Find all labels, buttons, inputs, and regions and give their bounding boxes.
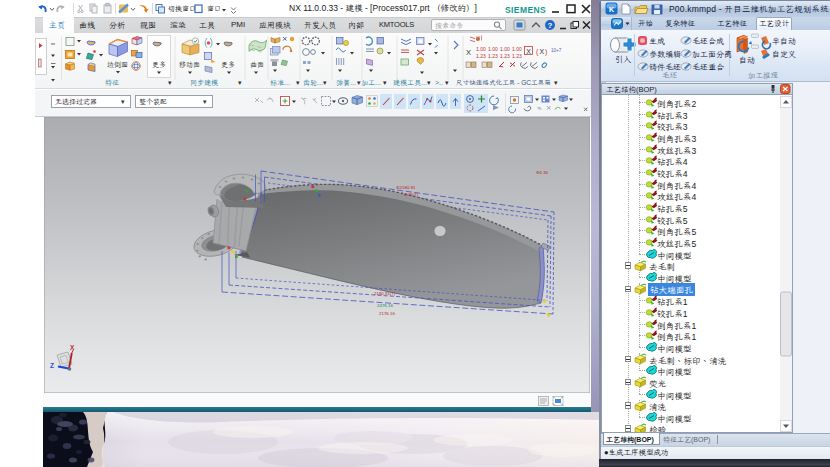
svg-text:X: X <box>540 48 545 55</box>
svg-text:Φ2180.91: Φ2180.91 <box>396 185 416 190</box>
svg-text:1.00: 1.00 <box>476 46 486 52</box>
svg-text:?: ? <box>548 21 553 30</box>
svg-text:2476.16: 2476.16 <box>377 303 393 308</box>
svg-text:X: X <box>466 48 471 57</box>
svg-text:1.00: 1.00 <box>488 46 498 52</box>
svg-text:1.23: 1.23 <box>488 53 498 59</box>
svg-text:2176.16: 2176.16 <box>379 311 395 316</box>
svg-text:10+7: 10+7 <box>551 48 562 53</box>
svg-text:1.00: 1.00 <box>500 46 510 52</box>
svg-text:1.00: 1.00 <box>512 46 522 52</box>
svg-text:0.05(7): 0.05(7) <box>404 192 418 197</box>
svg-text:2180.91(7): 2180.91(7) <box>374 291 396 296</box>
svg-text:X: X <box>70 344 75 351</box>
svg-text:1.23: 1.23 <box>512 53 522 59</box>
svg-text:Φ6.35: Φ6.35 <box>536 170 549 175</box>
svg-text:1.23: 1.23 <box>500 53 510 59</box>
svg-text:K: K <box>609 6 614 13</box>
svg-text:): ) <box>545 48 547 56</box>
svg-text:X: X <box>526 48 531 55</box>
svg-text:1.23: 1.23 <box>476 53 486 59</box>
svg-text:Z: Z <box>50 362 54 369</box>
